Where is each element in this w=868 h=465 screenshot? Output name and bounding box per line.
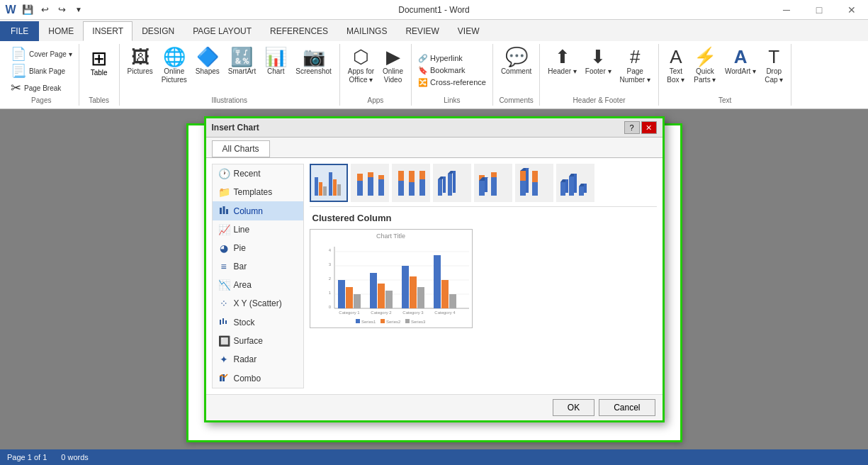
svg-rect-1	[222, 206, 225, 214]
column-icon	[218, 205, 230, 217]
dialog-help-btn[interactable]: ?	[624, 121, 640, 134]
quick-parts-btn[interactable]: ⚡ QuickParts ▾	[690, 45, 720, 86]
page-number-btn[interactable]: # PageNumber ▾	[616, 45, 654, 86]
tab-mailings[interactable]: MAILINGS	[337, 21, 396, 41]
chart-type-area[interactable]: 📉 Area	[213, 276, 303, 294]
apps-group: ⬡ Apps forOffice ▾ ▶ OnlineVideo Apps	[340, 44, 412, 106]
svg-rect-29	[448, 174, 452, 196]
svg-rect-82	[381, 319, 385, 323]
dialog-controls: ? ✕	[624, 121, 657, 134]
svg-text:Series1: Series1	[361, 320, 376, 324]
bookmark-btn[interactable]: 🔖 Bookmark	[416, 65, 488, 76]
chart-type-pie[interactable]: ◕ Pie	[213, 239, 303, 257]
text-box-icon: A	[670, 47, 682, 66]
svg-rect-47	[569, 177, 574, 196]
chart-type-line[interactable]: 📈 Line	[213, 220, 303, 239]
online-video-label: OnlineVideo	[383, 67, 403, 84]
header-btn[interactable]: ⬆ Header ▾	[544, 45, 580, 78]
chart-type-recent[interactable]: 🕐 Recent	[213, 164, 303, 183]
tab-all-charts[interactable]: All Charts	[212, 140, 270, 157]
tab-file[interactable]: FILE	[0, 21, 39, 41]
main-area: Insert Chart ? ✕ All Charts	[0, 109, 868, 449]
svg-rect-10	[323, 186, 327, 196]
blank-page-btn[interactable]: 📃 Blank Page	[9, 62, 74, 79]
subtype-clustered[interactable]	[310, 164, 348, 202]
screenshot-btn[interactable]: 📷 Screenshot	[292, 45, 335, 78]
redo-btn[interactable]: ↪	[54, 2, 69, 18]
maximize-btn[interactable]: □	[803, 0, 835, 20]
tab-view[interactable]: VIEW	[449, 21, 489, 41]
svg-rect-8	[315, 177, 318, 196]
cover-page-btn[interactable]: 📄 Cover Page ▾	[9, 45, 74, 62]
online-video-btn[interactable]: ▶ OnlineVideo	[379, 45, 407, 86]
comment-btn[interactable]: 💬 Comment	[497, 45, 535, 78]
hyperlink-btn[interactable]: 🔗 Hyperlink	[416, 53, 488, 64]
svg-rect-73	[434, 255, 441, 308]
subtype-3d-clustered[interactable]	[433, 164, 471, 202]
radar-label: Radar	[234, 354, 257, 364]
tab-page-layout[interactable]: PAGE LAYOUT	[184, 21, 261, 41]
chart-type-bar[interactable]: ≡ Bar	[213, 257, 303, 276]
status-bar: Page 1 of 1 0 words	[0, 449, 868, 465]
subtype-3d-100pct[interactable]	[515, 164, 553, 202]
chart-type-radar[interactable]: ✦ Radar	[213, 350, 303, 369]
comment-label: Comment	[501, 67, 531, 76]
smartart-btn[interactable]: 🔣 SmartArt	[225, 45, 259, 78]
pie-label: Pie	[234, 243, 246, 253]
tab-home[interactable]: HOME	[39, 21, 83, 41]
chart-type-surface[interactable]: 🔲 Surface	[213, 332, 303, 350]
pictures-btn[interactable]: 🖼 Pictures	[124, 45, 157, 78]
subtype-stacked[interactable]	[351, 164, 389, 202]
subtype-100pct[interactable]	[392, 164, 430, 202]
drop-cap-btn[interactable]: T DropCap ▾	[761, 45, 787, 86]
close-btn[interactable]: ✕	[835, 0, 868, 20]
line-label: Line	[234, 225, 250, 235]
tab-references[interactable]: REFERENCES	[261, 21, 337, 41]
table-btn[interactable]: ⊞ Table	[84, 45, 115, 80]
svg-rect-4	[222, 318, 224, 324]
chart-btn[interactable]: 📊 Chart	[261, 45, 291, 78]
text-box-btn[interactable]: A TextBox ▾	[663, 45, 689, 86]
stock-icon	[218, 316, 230, 328]
tab-review[interactable]: REVIEW	[396, 21, 448, 41]
undo-btn[interactable]: ↩	[37, 2, 52, 18]
ribbon-content: 📄 Cover Page ▾ 📃 Blank Page ✂ Page Break…	[0, 41, 868, 109]
pictures-label: Pictures	[128, 67, 153, 76]
document-paper[interactable]: Insert Chart ? ✕ All Charts	[186, 123, 682, 442]
page-break-btn[interactable]: ✂ Page Break	[9, 79, 74, 96]
ok-button[interactable]: OK	[553, 399, 594, 416]
tab-design[interactable]: DESIGN	[133, 21, 184, 41]
chart-type-templates[interactable]: 📁 Templates	[213, 183, 303, 201]
svg-rect-41	[526, 168, 529, 193]
online-pictures-btn[interactable]: 🌐 OnlinePictures	[158, 45, 191, 86]
dialog-close-btn[interactable]: ✕	[641, 121, 657, 134]
footer-btn[interactable]: ⬇ Footer ▾	[582, 45, 615, 78]
apps-for-office-btn[interactable]: ⬡ Apps forOffice ▾	[344, 45, 378, 86]
svg-text:4: 4	[328, 248, 331, 252]
quick-parts-label: QuickParts ▾	[694, 67, 716, 84]
tab-insert[interactable]: INSERT	[83, 21, 133, 41]
header-footer-group: ⬆ Header ▾ ⬇ Footer ▾ # PageNumber ▾ Hea…	[540, 44, 659, 106]
minimize-btn[interactable]: ─	[770, 0, 803, 20]
wordart-btn[interactable]: A WordArt ▾	[721, 45, 760, 78]
surface-label: Surface	[234, 336, 263, 346]
chart-type-scatter[interactable]: ⁘ X Y (Scatter)	[213, 294, 303, 313]
qat-dropdown[interactable]: ▼	[71, 2, 86, 18]
save-qat-btn[interactable]: 💾	[20, 2, 35, 18]
shapes-btn[interactable]: 🔷 Shapes	[192, 45, 223, 78]
svg-rect-50	[579, 186, 584, 196]
subtype-3d-stacked[interactable]	[474, 164, 512, 202]
pages-group-label: Pages	[9, 96, 74, 104]
chart-type-combo[interactable]: Combo	[213, 369, 303, 388]
chart-right-panel: Clustered Column Chart Title	[310, 164, 657, 388]
svg-rect-52	[584, 184, 587, 193]
subtype-3d-column[interactable]	[556, 164, 594, 202]
cancel-button[interactable]: Cancel	[599, 399, 655, 416]
area-label: Area	[234, 280, 252, 290]
chart-type-stock[interactable]: Stock	[213, 313, 303, 332]
bar-icon: ≡	[218, 261, 230, 272]
dialog-footer: OK Cancel	[206, 394, 663, 420]
cross-reference-btn[interactable]: 🔀 Cross-reference	[416, 77, 488, 88]
chart-type-column[interactable]: Column	[213, 201, 303, 220]
svg-rect-68	[378, 284, 385, 308]
